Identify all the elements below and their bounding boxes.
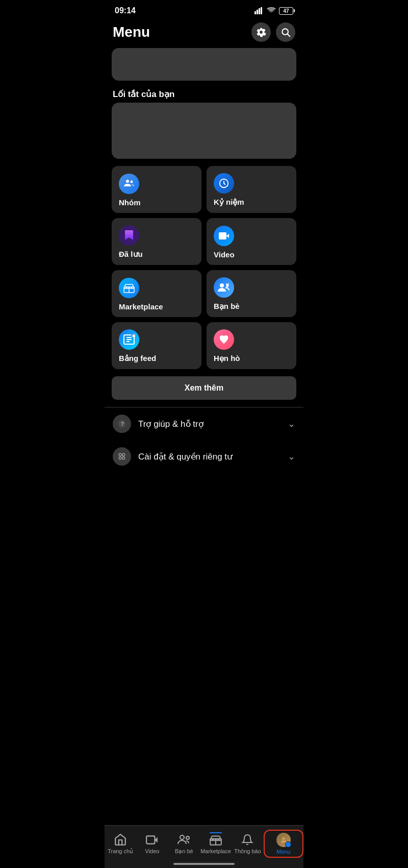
grid-item-nhom[interactable]: Nhóm (112, 166, 201, 213)
svg-point-27 (122, 457, 125, 460)
svg-point-7 (131, 181, 133, 183)
svg-marker-10 (226, 234, 229, 238)
feed-icon: 🕐 (119, 329, 139, 350)
help-chevron-icon: ⌄ (288, 418, 295, 429)
saved-icon (119, 225, 139, 246)
help-icon: ? (113, 415, 131, 433)
video-icon (214, 226, 234, 246)
ky-niem-label: Kỷ niệm (214, 198, 289, 207)
marketplace-icon (119, 278, 139, 298)
status-time: 09:14 (115, 6, 136, 15)
ban-be-label: Bạn bè (214, 302, 289, 311)
svg-line-5 (288, 34, 290, 37)
wifi-icon (267, 7, 276, 14)
search-button[interactable] (276, 22, 295, 42)
svg-point-13 (220, 283, 224, 287)
nhom-label: Nhóm (119, 198, 194, 207)
help-accordion[interactable]: ? Trợ giúp & hỗ trợ ⌄ (105, 407, 303, 440)
svg-point-6 (126, 180, 129, 183)
memories-icon (214, 173, 234, 194)
shortcuts-label: Lối tắt của bạn (105, 85, 303, 103)
settings-privacy-label: Cài đặt & quyền riêng tư (138, 451, 280, 462)
grid-item-da-luu[interactable]: Đã lưu (112, 218, 201, 265)
header-actions (251, 22, 295, 42)
settings-chevron-icon: ⌄ (288, 451, 295, 462)
signal-icon (254, 7, 264, 14)
settings-privacy-icon (113, 447, 131, 466)
grid-item-bang-feed[interactable]: 🕐 Bảng feed (112, 322, 201, 369)
status-bar: 09:14 47 (105, 0, 303, 18)
features-grid: Nhóm Kỷ niệm Đã lưu (105, 166, 303, 369)
grid-item-video[interactable]: Video (207, 218, 296, 265)
hen-ho-label: Hẹn hò (214, 354, 289, 363)
svg-rect-2 (259, 8, 260, 14)
svg-point-26 (119, 457, 121, 460)
battery-icon: 47 (279, 7, 293, 15)
settings-button[interactable] (251, 22, 271, 42)
svg-point-24 (119, 453, 121, 456)
search-icon (280, 27, 291, 37)
header: Menu (105, 18, 303, 48)
status-icons: 47 (254, 7, 293, 15)
see-more-button[interactable]: Xem thêm (112, 376, 296, 400)
svg-rect-1 (257, 10, 258, 14)
groups-icon (119, 174, 139, 194)
shortcuts-card[interactable] (112, 103, 296, 159)
svg-rect-9 (219, 232, 226, 239)
svg-rect-0 (254, 11, 256, 14)
grid-item-hen-ho[interactable]: Hẹn hò (207, 322, 296, 369)
grid-item-ban-be[interactable]: Bạn bè (207, 270, 296, 317)
profile-card[interactable] (112, 48, 296, 81)
da-luu-label: Đã lưu (119, 250, 194, 259)
page-title: Menu (113, 24, 150, 40)
help-label: Trợ giúp & hỗ trợ (138, 419, 280, 429)
svg-text:?: ? (121, 421, 124, 427)
marketplace-label: Marketplace (119, 302, 194, 311)
dating-icon (214, 329, 234, 350)
friends-icon (214, 277, 234, 298)
svg-text:🕐: 🕐 (132, 334, 135, 338)
video-label: Video (214, 250, 289, 259)
settings-accordion[interactable]: Cài đặt & quyền riêng tư ⌄ (105, 440, 303, 473)
grid-item-ky-niem[interactable]: Kỷ niệm (207, 166, 296, 213)
gear-icon (256, 27, 266, 37)
svg-rect-3 (261, 7, 262, 14)
bang-feed-label: Bảng feed (119, 354, 194, 363)
svg-point-25 (122, 453, 125, 456)
grid-item-marketplace[interactable]: Marketplace (112, 270, 201, 317)
